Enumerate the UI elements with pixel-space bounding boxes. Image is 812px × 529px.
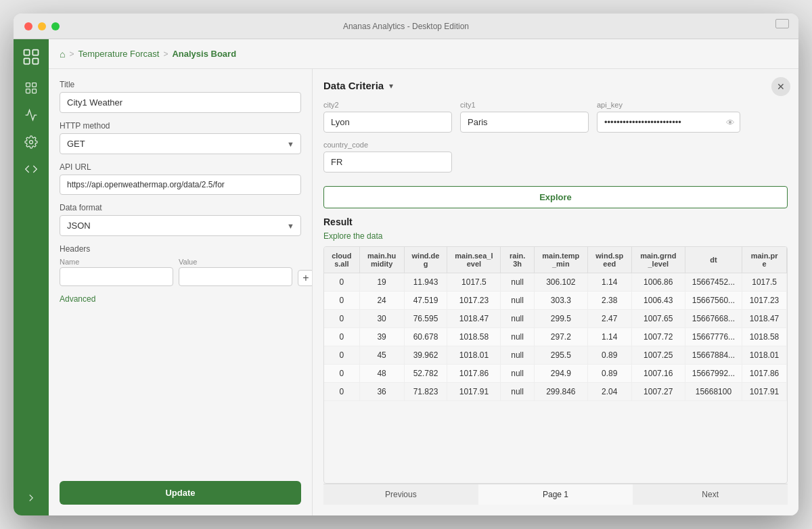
table-cell: 0	[324, 383, 359, 401]
table-cell: 297.2	[534, 328, 587, 346]
http-method-select[interactable]: GET POST PUT DELETE	[60, 133, 301, 154]
col-clouds-all: clouds.all	[324, 247, 359, 273]
sidebar-collapse-button[interactable]	[19, 486, 43, 510]
table-cell: 2.04	[587, 383, 631, 401]
table-cell: 0	[324, 365, 359, 383]
add-header-col: +	[298, 258, 313, 286]
table-row: 01911.9431017.5null306.1021.141006.86156…	[324, 273, 787, 292]
api-key-input[interactable]	[597, 112, 740, 133]
svg-rect-1	[32, 50, 38, 55]
svg-rect-3	[32, 58, 38, 64]
table-cell: 15667884...	[685, 346, 742, 365]
table-cell: 39	[359, 328, 404, 346]
title-field-group: Title	[60, 80, 301, 113]
data-format-field-group: Data format JSON XML CSV ▼	[60, 203, 301, 236]
minimize-traffic-light[interactable]	[38, 22, 46, 30]
table-cell: 15667992...	[685, 365, 742, 383]
breadcrumb-analysis-board[interactable]: Analysis Board	[172, 49, 236, 59]
city1-input[interactable]	[460, 112, 589, 133]
maximize-traffic-light[interactable]	[51, 22, 60, 30]
explore-button[interactable]: Explore	[323, 186, 788, 208]
pagination: Previous Page 1 Next	[323, 484, 788, 505]
data-format-select-wrapper: JSON XML CSV ▼	[60, 215, 301, 236]
http-method-label: HTTP method	[60, 121, 301, 131]
table-cell: 47.519	[404, 292, 447, 310]
data-table-container[interactable]: clouds.all main.humidity wind.deg main.s…	[323, 246, 788, 484]
breadcrumb-temperature-forcast[interactable]: Temperature Forcast	[78, 49, 159, 59]
table-cell: 294.9	[534, 365, 587, 383]
table-cell: 299.846	[534, 383, 587, 401]
table-cell: 48	[359, 365, 404, 383]
header-name-input[interactable]	[60, 267, 173, 286]
city1-field: city1	[460, 101, 589, 133]
window-title: Ananas Analytics - Desktop Edition	[343, 22, 469, 31]
sidebar-item-code[interactable]	[19, 157, 43, 181]
explore-data-link[interactable]: Explore the data	[323, 231, 788, 241]
header-inputs-row: Name Value +	[60, 258, 301, 286]
update-button[interactable]: Update	[60, 481, 301, 505]
show-password-icon[interactable]: 👁	[726, 117, 735, 127]
window-control-icon	[775, 19, 789, 28]
sidebar-item-dashboard[interactable]	[19, 76, 43, 100]
header-value-input[interactable]	[179, 267, 292, 286]
data-criteria-title: Data Criteria	[323, 80, 384, 91]
add-header-button[interactable]: +	[298, 270, 313, 286]
country-code-field: country_code	[323, 141, 452, 172]
svg-rect-5	[32, 83, 37, 87]
svg-rect-6	[26, 89, 30, 93]
country-code-input[interactable]	[323, 152, 452, 172]
breadcrumb-sep-1: >	[69, 49, 74, 59]
header-value-col: Value	[179, 258, 292, 286]
close-button[interactable]: ✕	[771, 77, 790, 96]
headers-label: Headers	[60, 244, 301, 254]
previous-page-button[interactable]: Previous	[323, 484, 478, 505]
left-panel: Title HTTP method GET POST PUT DELETE	[49, 69, 313, 515]
data-criteria-chevron-icon[interactable]: ▾	[389, 81, 393, 91]
table-row: 03076.5951018.47null299.52.471007.651566…	[324, 310, 787, 328]
data-format-select[interactable]: JSON XML CSV	[60, 215, 301, 236]
home-icon[interactable]: ⌂	[60, 49, 65, 60]
table-body: 01911.9431017.5null306.1021.141006.86156…	[324, 273, 787, 401]
table-cell: 0	[324, 310, 359, 328]
criteria-grid: city2 city1 api_key 👁	[323, 101, 788, 133]
table-cell: 52.782	[404, 365, 447, 383]
table-cell: 0.89	[587, 346, 631, 365]
close-traffic-light[interactable]	[24, 22, 32, 30]
col-main-temp-min: main.temp_min	[534, 247, 587, 273]
table-cell: 15667560...	[685, 292, 742, 310]
table-cell: 45	[359, 346, 404, 365]
sidebar-item-settings[interactable]	[19, 130, 43, 154]
table-cell: 1017.23	[742, 292, 787, 310]
criteria-grid-row2: country_code	[323, 141, 788, 172]
table-cell: 24	[359, 292, 404, 310]
table-cell: 1007.65	[631, 310, 685, 328]
headers-section: Headers Name Value +	[60, 244, 301, 286]
table-cell: null	[501, 346, 535, 365]
advanced-link[interactable]: Advanced	[60, 294, 301, 304]
api-url-field-group: API URL	[60, 162, 301, 195]
table-cell: null	[501, 383, 535, 401]
api-key-field: api_key 👁	[597, 101, 740, 133]
city2-label: city2	[323, 101, 452, 109]
next-page-button[interactable]: Next	[633, 484, 788, 505]
content-area: Title HTTP method GET POST PUT DELETE	[49, 69, 798, 515]
api-url-label: API URL	[60, 162, 301, 172]
app-logo	[19, 45, 43, 69]
table-cell: 1018.01	[742, 346, 787, 365]
sidebar-item-analytics[interactable]	[19, 103, 43, 127]
api-key-wrapper: 👁	[597, 112, 740, 133]
table-cell: 1017.86	[447, 365, 501, 383]
data-criteria-header: Data Criteria ▾	[323, 80, 788, 91]
title-input[interactable]	[60, 92, 301, 113]
table-cell: 1017.5	[447, 273, 501, 292]
api-url-input[interactable]	[60, 175, 301, 195]
table-cell: 299.5	[534, 310, 587, 328]
table-cell: null	[501, 292, 535, 310]
breadcrumb: ⌂ > Temperature Forcast > Analysis Board	[49, 39, 798, 69]
result-section: Result Explore the data clouds.all main.…	[323, 216, 788, 505]
right-panel: ✕ Data Criteria ▾ city2 city1	[313, 69, 798, 515]
http-method-select-wrapper: GET POST PUT DELETE ▼	[60, 133, 301, 154]
title-label: Title	[60, 80, 301, 89]
city2-input[interactable]	[323, 112, 452, 133]
table-cell: 1.14	[587, 273, 631, 292]
